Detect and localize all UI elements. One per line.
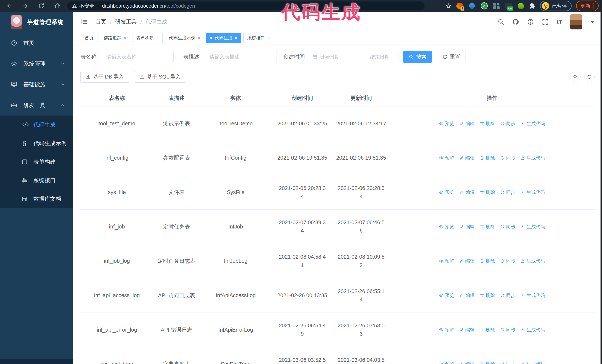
font-size-icon[interactable]: tT [557,19,562,25]
edit-link[interactable]: 编辑 [459,189,474,196]
edit-link[interactable]: 编辑 [459,326,474,333]
more-menu-icon[interactable] [593,3,594,9]
table-row[interactable]: tool_test_demo 测试示例表 ToolTestDemo 2021-0… [80,106,595,141]
security-warning-icon[interactable] [72,3,77,9]
sidebar-collapse-bar[interactable] [0,359,73,364]
generate-code-link[interactable]: 生成代码 [520,223,545,230]
sync-link[interactable]: 同步 [500,223,515,230]
preview-link[interactable]: 预览 [439,189,454,196]
browser-back-icon[interactable] [6,3,13,9]
preview-link[interactable]: 预览 [439,223,454,230]
search-icon[interactable] [497,19,504,25]
browser-forward-icon[interactable] [22,3,29,9]
preview-link[interactable]: 预览 [439,326,454,333]
generate-code-link[interactable]: 生成代码 [520,326,545,333]
generate-code-link[interactable]: 生成代码 [520,292,545,299]
tab-close-icon[interactable]: × [124,36,126,40]
extension-icon-grid[interactable] [493,2,500,10]
table-row[interactable]: sys_file 文件表 SysFile 2021-02-06 20:28:3 … [80,175,595,210]
delete-link[interactable]: 删除 [480,120,495,127]
extension-icon-orange[interactable]: 1 [456,2,464,10]
sync-link[interactable]: 同步 [500,154,515,162]
edit-link[interactable]: 编辑 [459,257,474,265]
edit-link[interactable]: 编辑 [459,223,474,230]
preview-link[interactable]: 预览 [439,361,454,364]
tab-form-builder[interactable]: 表单构建× [132,33,163,43]
edit-link[interactable]: 编辑 [459,154,474,162]
table-row[interactable]: inf_api_error_log API 错误日志 InfApiErrorLo… [80,312,595,347]
fullscreen-icon[interactable] [542,19,549,25]
toggle-search-button[interactable] [570,72,580,82]
sync-link[interactable]: 同步 [500,361,515,364]
extension-icon-dark[interactable]: on [505,2,513,10]
search-button[interactable]: 搜索 [403,51,432,63]
import-db-button[interactable]: 基于 DB 导入 [80,71,129,83]
sync-link[interactable]: 同步 [500,189,515,196]
browser-update-button[interactable]: 更新 [576,0,599,11]
generate-code-link[interactable]: 生成代码 [520,361,545,364]
browser-reload-icon[interactable] [38,3,44,9]
tab-home[interactable]: 首页 [81,33,97,43]
table-row[interactable]: inf_job 定时任务表 InfJob 2021-02-07 06:39:3 … [80,209,595,244]
browser-profile-chip[interactable]: 已暂停 [540,1,572,11]
sync-link[interactable]: 同步 [500,326,515,333]
generate-code-link[interactable]: 生成代码 [520,189,545,196]
breadcrumb-devtools[interactable]: 研发工具 [115,18,137,26]
extensions-puzzle-icon[interactable] [529,3,536,9]
sidebar-item-infra[interactable]: 基础设施 [0,74,73,95]
reset-button[interactable]: 重置 [437,51,465,63]
help-icon[interactable] [527,19,534,25]
browser-home-icon[interactable] [54,3,60,9]
sidebar-item-db-doc[interactable]: 数据库文档 [0,190,73,208]
table-name-input[interactable] [102,51,173,63]
tab-codegen-example[interactable]: 代码生成示例× [165,33,204,43]
generate-code-link[interactable]: 生成代码 [520,120,545,127]
tab-close-icon[interactable]: × [156,36,159,40]
tab-system-api[interactable]: 系统接口× [243,33,274,43]
delete-link[interactable]: 删除 [480,223,495,230]
table-desc-input[interactable] [205,51,277,63]
preview-link[interactable]: 预览 [439,292,454,299]
address-bar[interactable]: 不安全 dashboard.yudao.iocoder.cn /tool/cod… [67,1,425,10]
table-row[interactable]: inf_config 参数配置表 InfConfig 2021-02-06 19… [80,141,595,175]
preview-link[interactable]: 预览 [439,257,454,265]
delete-link[interactable]: 删除 [480,326,495,333]
import-sql-button[interactable]: 基于 SQL 导入 [134,71,186,83]
edit-link[interactable]: 编辑 [459,120,474,127]
sidebar-item-home[interactable]: 首页 [0,32,73,53]
generate-code-link[interactable]: 生成代码 [520,257,545,265]
sync-link[interactable]: 同步 [500,120,515,127]
tab-codegen[interactable]: 代码生成× [206,33,241,43]
delete-link[interactable]: 删除 [480,292,495,299]
edit-link[interactable]: 编辑 [459,361,474,364]
extension-icon-gem[interactable] [468,2,476,10]
date-range-picker[interactable]: 开始日期 - 结束日期 [309,51,398,63]
sidebar-item-codegen[interactable]: </> 代码生成 [0,115,73,134]
tab-close-icon[interactable]: × [267,36,270,40]
tab-close-icon[interactable]: × [235,36,237,40]
user-menu-caret-icon[interactable] [591,21,594,23]
sidebar-item-form-builder[interactable]: 表单构建 [0,153,73,171]
breadcrumb-home[interactable]: 首页 [96,18,106,26]
delete-link[interactable]: 删除 [480,189,495,196]
table-row[interactable]: inf_job_log 定时任务日志表 InfJobLog 2021-02-08… [80,244,595,278]
sidebar-fold-icon[interactable] [81,18,88,25]
refresh-table-button[interactable] [584,72,595,82]
delete-link[interactable]: 删除 [480,361,495,364]
app-logo-row[interactable]: 芋道管理系统 [0,12,73,32]
sidebar-item-system[interactable]: 系统管理 [0,53,73,74]
edit-link[interactable]: 编辑 [459,292,474,299]
extension-icon-check[interactable]: ✓ [480,2,488,10]
sync-link[interactable]: 同步 [500,292,515,299]
bookmark-star-icon[interactable] [445,3,452,9]
github-icon[interactable] [512,19,519,25]
delete-link[interactable]: 删除 [480,257,495,265]
generate-code-link[interactable]: 生成代码 [520,154,545,162]
extension-icon-green[interactable] [517,2,525,10]
sidebar-item-system-api[interactable]: 系统接口 [0,171,73,190]
table-row[interactable]: sys_dict_type 字典类型表 SysDictType 2021-03-… [80,347,595,364]
sync-link[interactable]: 同步 [500,257,515,265]
sidebar-item-devtools[interactable]: 研发工具 [0,95,73,115]
delete-link[interactable]: 删除 [480,154,495,162]
preview-link[interactable]: 预览 [439,154,454,162]
